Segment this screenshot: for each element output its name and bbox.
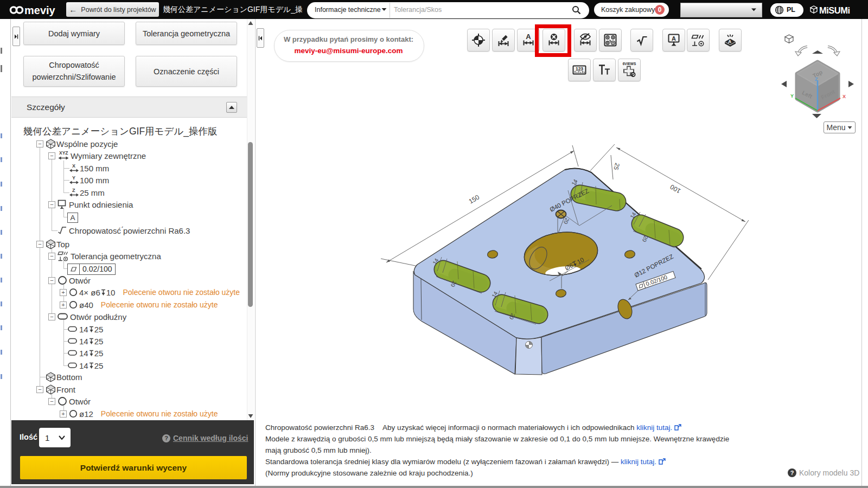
svg-text:MiSUMi: MiSUMi: [819, 5, 850, 15]
svg-text:Y: Y: [790, 93, 794, 99]
svg-text:meviy: meviy: [24, 4, 56, 16]
svg-text:Z: Z: [815, 76, 818, 82]
svg-text:X: X: [843, 94, 846, 99]
svg-text:A: A: [672, 35, 676, 42]
svg-text:Z: Z: [72, 188, 75, 193]
svg-text:Y: Y: [72, 175, 75, 181]
svg-text:A: A: [526, 33, 531, 41]
svg-text:X: X: [72, 163, 75, 169]
svg-text:A: A: [727, 38, 731, 44]
svg-text:100: 100: [669, 183, 682, 195]
svg-text:123: 123: [576, 66, 583, 72]
svg-text:XYZ: XYZ: [59, 150, 68, 156]
svg-text:25: 25: [612, 162, 621, 171]
svg-text:6VIEWS: 6VIEWS: [623, 62, 636, 66]
svg-text:150: 150: [468, 193, 481, 205]
